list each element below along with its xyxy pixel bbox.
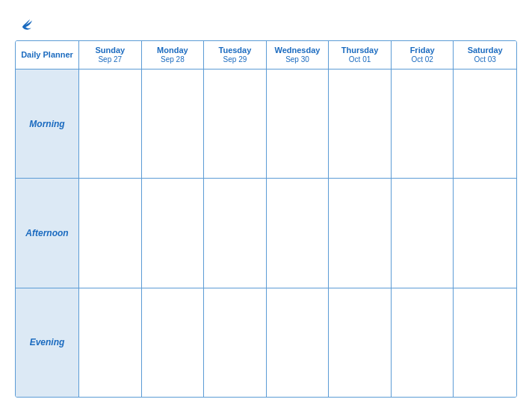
table-header-row: Daily PlannerSundaySep 27MondaySep 28Tue…	[16, 41, 516, 69]
planner-data-cell[interactable]	[392, 69, 454, 178]
planner-data-cell[interactable]	[204, 69, 267, 178]
planner-data-cell[interactable]	[267, 69, 330, 178]
header-date-label: Sep 27	[98, 55, 122, 64]
header-day-label: Daily Planner	[21, 50, 73, 60]
table-row: Evening	[16, 288, 516, 397]
header-date-label: Sep 28	[161, 55, 185, 64]
planner-table: Daily PlannerSundaySep 27MondaySep 28Tue…	[15, 40, 517, 398]
row-label-text: Morning	[29, 119, 64, 129]
logo-bird-icon	[18, 15, 34, 31]
planner-data-cell[interactable]	[142, 179, 205, 287]
planner-data-cell[interactable]	[392, 288, 454, 397]
header-date-label: Oct 01	[349, 55, 371, 64]
header-day-label: Sunday	[95, 46, 125, 55]
header-cell-friday: FridayOct 02	[392, 41, 454, 69]
planner-data-cell[interactable]	[79, 179, 142, 287]
planner-data-cell[interactable]	[329, 179, 392, 287]
header-day-label: Tuesday	[219, 46, 252, 55]
header-cell-wednesday: WednesdaySep 30	[267, 41, 330, 69]
planner-data-cell[interactable]	[204, 179, 267, 287]
planner-data-cell[interactable]	[142, 69, 205, 178]
planner-data-cell[interactable]	[454, 288, 516, 397]
header-cell-tuesday: TuesdaySep 29	[204, 41, 267, 69]
header-date-label: Sep 30	[285, 55, 309, 64]
planner-data-cell[interactable]	[267, 288, 330, 397]
header-cell-thursday: ThursdayOct 01	[329, 41, 392, 69]
planner-data-cell[interactable]	[329, 69, 392, 178]
planner-data-cell[interactable]	[79, 288, 142, 397]
table-row: Morning	[16, 69, 516, 179]
row-label-evening: Evening	[16, 288, 79, 397]
header-day-label: Thursday	[341, 46, 379, 55]
planner-data-cell[interactable]	[267, 179, 330, 287]
row-label-text: Afternoon	[25, 228, 68, 238]
header-day-label: Friday	[410, 46, 435, 55]
planner-data-cell[interactable]	[142, 288, 205, 397]
table-row: Afternoon	[16, 179, 516, 288]
header-date-label: Oct 03	[474, 55, 495, 64]
planner-data-cell[interactable]	[79, 69, 142, 178]
header-day-label: Wednesday	[275, 46, 321, 55]
header-day-label: Monday	[157, 46, 188, 55]
planner-data-cell[interactable]	[204, 288, 267, 397]
header-cell-monday: MondaySep 28	[142, 41, 205, 69]
planner-data-cell[interactable]	[392, 179, 454, 287]
logo	[15, 13, 34, 31]
planner-data-cell[interactable]	[454, 179, 516, 287]
page-header	[15, 13, 517, 31]
header-date-label: Sep 29	[223, 55, 247, 64]
planner-data-cell[interactable]	[454, 69, 516, 178]
row-label-morning: Morning	[16, 69, 79, 178]
header-cell-saturday: SaturdayOct 03	[454, 41, 516, 69]
header-day-label: Saturday	[468, 46, 503, 55]
table-body: MorningAfternoonEvening	[16, 69, 516, 397]
header-date-label: Oct 02	[411, 55, 433, 64]
row-label-text: Evening	[30, 337, 65, 347]
header-cell-sunday: SundaySep 27	[79, 41, 142, 69]
row-label-afternoon: Afternoon	[16, 179, 79, 287]
planner-data-cell[interactable]	[329, 288, 392, 397]
header-label-cell: Daily Planner	[16, 41, 79, 69]
